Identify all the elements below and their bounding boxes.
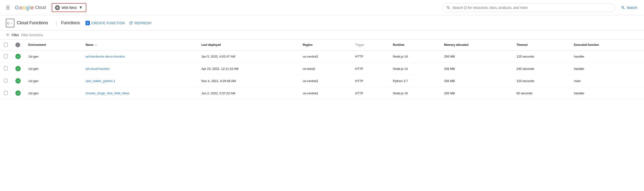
row-checkbox-cell [0,63,12,75]
table-header-row: Environment Name ↑ Last deployed Region … [0,40,644,50]
filter-label: Filter [12,33,19,37]
row-name-0: ad-bamboohr-demo-function [82,50,198,63]
row-runtime-2: Python 3.7 [389,75,440,87]
filter-placeholder[interactable]: Filter functions [21,33,43,37]
action-buttons: + CREATE FUNCTION REFRESH [86,21,152,25]
row-memory-3: 256 MB [440,87,513,99]
header-checkbox[interactable] [4,43,8,46]
project-selector[interactable]: Wild West ▼ [52,3,86,12]
header-executed-function: Executed function [570,40,644,50]
header-environment: Environment [24,40,82,50]
status-header-dot [16,42,20,47]
table-row: 1st gen alsn_twitter_python-1 Nov 4, 202… [0,75,644,87]
row-status-0 [12,50,24,63]
cloud-functions-icon: {···} [6,19,14,27]
table-row: 1st gen ad-cloud-function Apr 23, 2022, … [0,63,644,75]
sort-ascending-icon: ↑ [95,43,96,46]
row-memory-2: 256 MB [440,75,513,87]
filter-bar: Filter Filter functions [0,31,644,40]
row-name-3: Ameek_Singh_Test_Wild_West [82,87,198,99]
project-icon [55,5,60,10]
search-button[interactable]: Search [618,3,640,12]
header-name[interactable]: Name ↑ [82,40,198,50]
row-executed-function-2: main [570,75,644,87]
function-link-2[interactable]: alsn_twitter_python-1 [86,79,115,83]
svg-point-1 [58,7,58,8]
functions-table: Environment Name ↑ Last deployed Region … [0,40,644,99]
row-environment-2: 1st gen [24,75,82,87]
row-timeout-2: 120 seconds [512,75,570,87]
row-checkbox-3[interactable] [4,91,8,95]
row-trigger-3: HTTP [351,87,389,99]
svg-point-3 [58,8,58,9]
table-row: 1st gen Ameek_Singh_Test_Wild_West Jun 2… [0,87,644,99]
row-status-2 [12,75,24,87]
hamburger-menu-icon[interactable]: ☰ [4,3,12,12]
google-logo: Google Cloud [15,4,46,11]
row-region-2: us-central1 [299,75,351,87]
refresh-button[interactable]: REFRESH [129,21,152,25]
svg-point-0 [56,7,58,8]
row-timeout-3: 60 seconds [512,87,570,99]
top-navigation: ☰ Google Cloud Wild West ▼ Search [0,0,644,15]
row-checkbox-2[interactable] [4,79,8,83]
row-trigger-1: HTTP [351,63,389,75]
row-runtime-0: Node.js 14 [389,50,440,63]
row-memory-1: 256 MB [440,63,513,75]
row-timeout-0: 120 seconds [512,50,570,63]
row-last-deployed-0: Jan 5, 2022, 4:02:47 AM [198,50,299,63]
header-timeout: Timeout [512,40,570,50]
search-input[interactable] [452,6,611,9]
filter-icon [6,33,10,37]
refresh-icon [129,21,133,25]
row-checkbox-1[interactable] [4,66,8,70]
function-link-1[interactable]: ad-cloud-function [86,67,110,71]
row-runtime-3: Node.js 16 [389,87,440,99]
row-checkbox-cell [0,75,12,87]
row-last-deployed-3: Jun 2, 2022, 5:37:22 AM [198,87,299,99]
cloud-functions-title: Cloud Functions [17,20,48,25]
functions-table-container: Environment Name ↑ Last deployed Region … [0,40,644,99]
row-status-3 [12,87,24,99]
row-region-1: us-west2 [299,63,351,75]
header-checkbox-cell [0,40,12,50]
row-executed-function-3: handler [570,87,644,99]
svg-point-2 [56,8,58,9]
header-region: Region [299,40,351,50]
row-last-deployed-2: Nov 4, 2021, 4:29:48 AM [198,75,299,87]
breadcrumb-bar: {···} Cloud Functions | Functions + CREA… [0,15,644,31]
status-ok-icon-1 [16,66,21,71]
row-executed-function-0: handler [570,50,644,63]
function-link-3[interactable]: Ameek_Singh_Test_Wild_West [86,91,129,95]
row-last-deployed-1: Apr 23, 2022, 12:11:10 AM [198,63,299,75]
row-name-1: ad-cloud-function [82,63,198,75]
search-button-icon [621,5,625,10]
row-trigger-2: HTTP [351,75,389,87]
refresh-label: REFRESH [134,21,152,25]
create-function-button[interactable]: + CREATE FUNCTION [86,21,125,25]
row-environment-0: 1st gen [24,50,82,63]
header-status-cell [12,40,24,50]
project-name: Wild West [62,6,77,9]
project-dropdown-chevron: ▼ [78,5,83,10]
status-ok-icon-2 [16,78,21,83]
status-ok-icon-0 [16,54,21,59]
search-bar [442,3,615,12]
row-region-0: us-central1 [299,50,351,63]
page-title: Functions [61,20,80,25]
row-timeout-1: 240 seconds [512,63,570,75]
table-row: 1st gen ad-bamboohr-demo-function Jan 5,… [0,50,644,63]
row-memory-0: 256 MB [440,50,513,63]
create-plus-icon: + [86,21,90,25]
row-trigger-0: HTTP [351,50,389,63]
breadcrumb-divider: | [56,20,57,26]
row-checkbox-0[interactable] [4,54,8,58]
function-link-0[interactable]: ad-bamboohr-demo-function [86,55,125,58]
header-trigger: Trigger [351,40,389,50]
cloud-functions-logo: {···} Cloud Functions [6,19,48,27]
row-checkbox-cell [0,87,12,99]
create-function-label: CREATE FUNCTION [91,21,125,25]
cloud-label: Cloud [35,5,46,10]
row-checkbox-cell [0,50,12,63]
header-last-deployed: Last deployed [198,40,299,50]
